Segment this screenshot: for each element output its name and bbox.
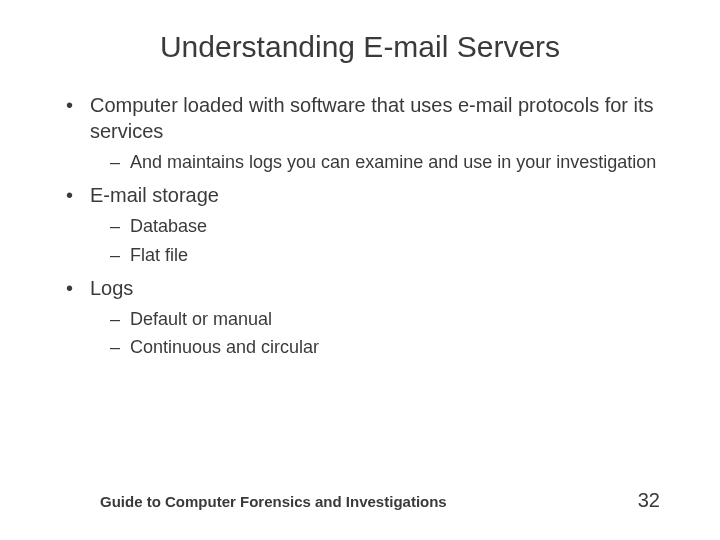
slide-footer: Guide to Computer Forensics and Investig… <box>100 489 660 512</box>
sub-list: Default or manual Continuous and circula… <box>90 307 670 360</box>
bullet-text: Computer loaded with software that uses … <box>90 94 654 142</box>
list-item: Continuous and circular <box>110 335 670 359</box>
list-item: Flat file <box>110 243 670 267</box>
list-item: And maintains logs you can examine and u… <box>110 150 670 174</box>
slide-title: Understanding E-mail Servers <box>50 30 670 64</box>
bullet-list: Computer loaded with software that uses … <box>50 92 670 359</box>
sub-list: And maintains logs you can examine and u… <box>90 150 670 174</box>
list-item: E-mail storage Database Flat file <box>62 182 670 267</box>
list-item: Database <box>110 214 670 238</box>
slide-content: Computer loaded with software that uses … <box>50 92 670 359</box>
list-item: Default or manual <box>110 307 670 331</box>
list-item: Computer loaded with software that uses … <box>62 92 670 174</box>
page-number: 32 <box>638 489 660 512</box>
sub-list: Database Flat file <box>90 214 670 267</box>
bullet-text: E-mail storage <box>90 184 219 206</box>
footer-text: Guide to Computer Forensics and Investig… <box>100 493 447 510</box>
bullet-text: Logs <box>90 277 133 299</box>
list-item: Logs Default or manual Continuous and ci… <box>62 275 670 360</box>
